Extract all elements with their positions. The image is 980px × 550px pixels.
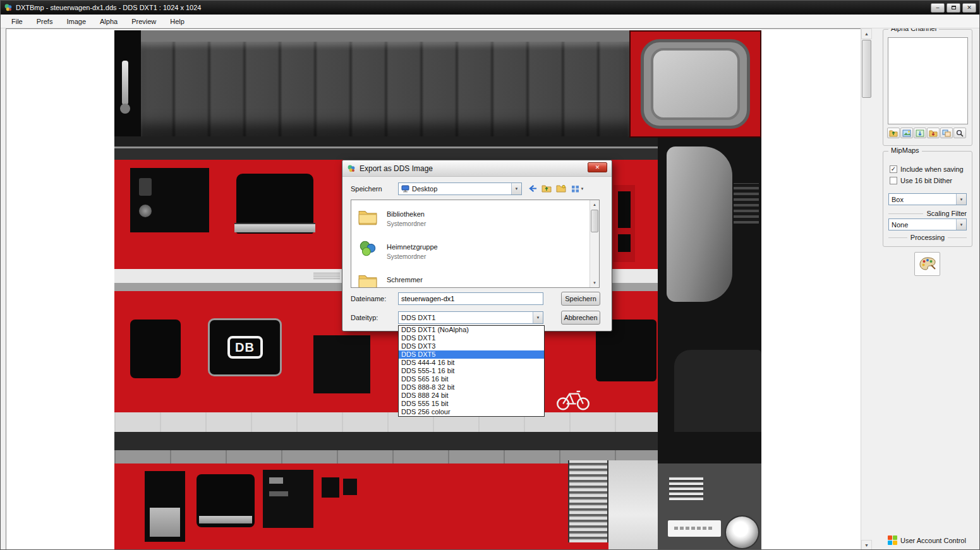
folder-icon — [358, 272, 378, 288]
scroll-up-icon[interactable]: ▲ — [861, 28, 872, 39]
location-value: Desktop — [412, 185, 437, 193]
export-dds-dialog: Export as DDS Image ✕ Speichern Desktop … — [342, 160, 612, 332]
br-black-top — [658, 432, 761, 463]
dropdown-option[interactable]: DDS 444-4 16 bit — [399, 359, 544, 367]
dropdown-option[interactable]: DDS DXT3 — [399, 342, 544, 350]
db-logo: DB — [227, 336, 263, 359]
title-bar: DXTBmp - steuerwagen-dx1.dds - DDS DXT1 … — [1, 1, 979, 15]
alpha-import-icon[interactable] — [900, 128, 913, 138]
list-scroll-down-icon[interactable]: ▼ — [590, 278, 599, 287]
alpha-save-icon[interactable] — [927, 128, 940, 138]
location-combobox[interactable]: Desktop ▼ — [398, 182, 522, 195]
filetype-combobox[interactable]: DDS DXT1 ▼ — [398, 311, 543, 324]
palette-icon — [919, 256, 936, 272]
roof-top-band — [141, 30, 629, 42]
alpha-preview — [888, 37, 968, 124]
machinery-panel — [130, 168, 209, 232]
menu-file[interactable]: File — [4, 16, 30, 27]
dropdown-option[interactable]: DDS 256 colour — [399, 408, 544, 416]
homegroup-icon — [358, 239, 378, 257]
filename-label: Dateiname: — [351, 295, 386, 302]
dialog-close-button[interactable]: ✕ — [588, 162, 607, 172]
alpha-refresh-icon[interactable] — [940, 128, 953, 138]
libraries-folder-icon — [358, 208, 378, 225]
file-type: Systemordner — [387, 220, 426, 227]
dropdown-option-selected[interactable]: DDS DXT5 — [399, 350, 544, 359]
dark-band-lower — [114, 432, 658, 450]
scroll-thumb[interactable] — [862, 40, 871, 98]
dropdown-option[interactable]: DDS 555 15 bit — [399, 400, 544, 408]
menu-image[interactable]: Image — [59, 16, 93, 27]
send-to-editor-button[interactable] — [914, 252, 940, 276]
file-type: Systemordner — [387, 253, 426, 260]
view-menu-button[interactable]: ▼ — [569, 182, 586, 194]
dropdown-option[interactable]: DDS DXT1 (NoAlpha) — [399, 326, 544, 334]
bottom-right-dark — [658, 432, 761, 550]
menu-preview[interactable]: Preview — [124, 16, 163, 27]
chevron-down-icon[interactable]: ▼ — [956, 194, 966, 205]
alpha-export-icon[interactable] — [914, 128, 926, 138]
dropdown-option[interactable]: DDS DXT1 — [399, 334, 544, 342]
cab-vent-ribbed — [734, 183, 759, 224]
maximize-button[interactable] — [947, 3, 960, 13]
menu-help[interactable]: Help — [163, 16, 191, 27]
close-button[interactable]: ✕ — [962, 3, 976, 13]
corrugated-gangway — [568, 460, 608, 542]
gangway-ring-inner — [651, 48, 740, 120]
dropdown-option[interactable]: DDS 565 16 bit — [399, 375, 544, 383]
dropdown-option[interactable]: DDS 888-8 32 bit — [399, 383, 544, 392]
alpha-channel-group: Alpha Channel — [883, 29, 972, 146]
filename-input[interactable] — [398, 292, 543, 305]
alpha-zoom-icon[interactable] — [953, 128, 966, 138]
br-vent-white — [669, 476, 703, 500]
new-folder-button[interactable] — [555, 182, 567, 194]
divider — [948, 237, 967, 238]
bottom-door — [145, 471, 185, 542]
canvas-vertical-scrollbar[interactable]: ▲ ▼ — [861, 28, 871, 550]
list-scroll-thumb[interactable] — [591, 210, 598, 232]
filetype-label: Dateityp: — [351, 314, 378, 321]
filetype-dropdown: DDS DXT1 (NoAlpha) DDS DXT1 DDS DXT3 DDS… — [398, 325, 545, 417]
include-when-saving-checkbox[interactable]: ✓ — [890, 165, 897, 173]
mip-filter-value: Box — [892, 196, 904, 203]
chevron-down-icon[interactable]: ▼ — [533, 312, 543, 323]
use-16bit-dither-checkbox[interactable] — [890, 177, 897, 184]
dialog-title-bar[interactable]: Export as DDS Image — [342, 160, 612, 177]
cancel-button[interactable]: Abbrechen — [561, 311, 600, 325]
save-button[interactable]: Speichern — [561, 292, 600, 306]
mip-filter-combobox[interactable]: Box ▼ — [888, 193, 967, 205]
menu-bar: File Prefs Image Alpha Preview Help — [1, 15, 979, 28]
desktop-icon — [401, 185, 409, 193]
new-folder-icon — [556, 184, 566, 193]
uac-indicator[interactable]: User Account Control — [888, 535, 966, 545]
back-button[interactable] — [526, 182, 539, 194]
dropdown-option[interactable]: DDS 888 24 bit — [399, 392, 544, 400]
list-scrollbar[interactable]: ▲ ▼ — [590, 200, 599, 287]
view-menu-icon — [571, 185, 579, 193]
bottom-light-panel — [608, 460, 660, 550]
chevron-down-icon[interactable]: ▼ — [511, 183, 521, 194]
right-black-section — [658, 138, 761, 432]
scaling-filter-combobox[interactable]: None ▼ — [888, 218, 967, 230]
menu-alpha[interactable]: Alpha — [93, 16, 124, 27]
window-title: DXTBmp - steuerwagen-dx1.dds - DDS DXT1 … — [16, 4, 201, 11]
bottom-panel-detail — [269, 477, 283, 484]
up-one-level-button[interactable] — [540, 182, 553, 194]
upper-window — [236, 174, 313, 234]
small-panel-window — [618, 191, 631, 228]
file-name: Schremmer — [387, 276, 423, 284]
list-scroll-up-icon[interactable]: ▲ — [590, 200, 599, 209]
menu-prefs[interactable]: Prefs — [30, 16, 60, 27]
list-item-schremmer[interactable]: Schremmer — [351, 270, 579, 288]
minimize-button[interactable]: – — [931, 3, 945, 13]
headlight — [725, 515, 759, 549]
chevron-down-icon[interactable]: ▼ — [956, 219, 966, 230]
list-item-bibliotheken[interactable]: Bibliotheken Systemordner — [351, 204, 579, 237]
small-red-panel — [614, 185, 635, 262]
dialog-title: Export as DDS Image — [360, 164, 433, 173]
scroll-down-icon[interactable]: ▼ — [861, 540, 872, 550]
alpha-open-icon[interactable] — [887, 128, 900, 138]
divider — [888, 237, 907, 238]
dropdown-option[interactable]: DDS 555-1 16 bit — [399, 367, 544, 375]
list-item-heimnetzgruppe[interactable]: Heimnetzgruppe Systemordner — [351, 237, 579, 270]
